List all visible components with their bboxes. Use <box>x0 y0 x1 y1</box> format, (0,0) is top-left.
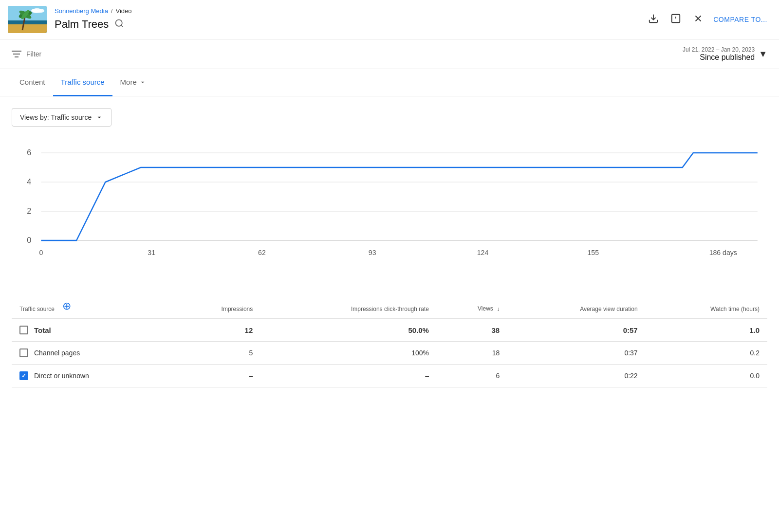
top-bar: Sonnenberg Media / Video Palm Trees <box>0 0 779 39</box>
svg-point-9 <box>37 9 44 13</box>
svg-point-8 <box>31 9 38 13</box>
video-thumbnail <box>8 6 47 33</box>
alert-button[interactable] <box>668 11 683 28</box>
td-watch-time: 1.0 <box>646 319 767 342</box>
th-ctr: Impressions click-through rate <box>260 294 437 319</box>
views-by-label: Views by: Traffic source <box>20 113 92 121</box>
video-title-bar: Palm Trees <box>55 17 132 32</box>
svg-point-10 <box>116 20 122 26</box>
td-avg-view-duration: 0:57 <box>507 319 645 342</box>
chevron-down-icon <box>139 78 147 86</box>
svg-text:124: 124 <box>477 249 489 257</box>
breadcrumb-separator: / <box>111 7 113 15</box>
td-avg-view-duration: 0:37 <box>507 342 645 365</box>
chart-container: 0 2 4 6 0 31 62 93 124 155 186 days <box>12 138 767 275</box>
sort-icon: ↓ <box>497 306 500 312</box>
date-range: Jul 21, 2022 – Jan 20, 2023 Since publis… <box>683 46 755 62</box>
td-impressions: 5 <box>172 342 260 365</box>
row-checkbox[interactable] <box>19 349 28 357</box>
svg-text:6: 6 <box>27 148 31 157</box>
table-row: Direct or unknown––60:220.0 <box>12 365 767 387</box>
add-column-button[interactable]: ⊕ <box>58 300 75 312</box>
td-ctr: 100% <box>260 342 437 365</box>
row-label: Direct or unknown <box>34 372 89 380</box>
close-button[interactable] <box>691 11 705 28</box>
row-label: Total <box>34 326 51 334</box>
video-title: Palm Trees <box>55 18 109 31</box>
th-traffic-source: Traffic source ⊕ <box>12 294 172 319</box>
content-area: Views by: Traffic source 0 2 4 6 0 31 62… <box>0 96 779 399</box>
views-dropdown-arrow <box>95 113 103 121</box>
th-impressions: Impressions <box>172 294 260 319</box>
more-label: More <box>120 78 137 86</box>
td-watch-time: 0.0 <box>646 365 767 387</box>
svg-text:186 days: 186 days <box>709 249 737 257</box>
svg-text:62: 62 <box>258 249 266 257</box>
row-label: Channel pages <box>34 349 80 357</box>
td-watch-time: 0.2 <box>646 342 767 365</box>
th-views[interactable]: Views ↓ <box>437 294 507 319</box>
filter-left: Filter <box>12 50 41 58</box>
svg-text:0: 0 <box>27 236 31 244</box>
table-row: Channel pages5100%180:370.2 <box>12 342 767 365</box>
td-ctr: – <box>260 365 437 387</box>
video-info: Sonnenberg Media / Video Palm Trees <box>55 7 132 32</box>
td-impressions: – <box>172 365 260 387</box>
td-traffic-source: Total <box>12 319 172 342</box>
chart-svg: 0 2 4 6 0 31 62 93 124 155 186 days <box>12 138 767 275</box>
filter-bar: Filter Jul 21, 2022 – Jan 20, 2023 Since… <box>0 39 779 69</box>
filter-label: Filter <box>26 50 41 58</box>
row-checkbox[interactable] <box>19 371 28 380</box>
th-avg-view-duration: Average view duration <box>507 294 645 319</box>
download-button[interactable] <box>646 11 661 28</box>
svg-line-11 <box>121 25 123 27</box>
td-impressions: 12 <box>172 319 260 342</box>
filter-icon <box>12 50 21 58</box>
td-views: 18 <box>437 342 507 365</box>
breadcrumb-channel[interactable]: Sonnenberg Media <box>55 7 108 15</box>
td-ctr: 50.0% <box>260 319 437 342</box>
svg-text:31: 31 <box>148 249 155 257</box>
svg-text:4: 4 <box>27 177 31 186</box>
tab-traffic-source[interactable]: Traffic source <box>53 69 112 96</box>
svg-text:93: 93 <box>369 249 376 257</box>
svg-rect-2 <box>8 24 47 33</box>
top-bar-right: COMPARE TO... <box>646 11 767 28</box>
table-row: Total1250.0%380:571.0 <box>12 319 767 342</box>
compare-to-button[interactable]: COMPARE TO... <box>713 16 767 23</box>
svg-text:155: 155 <box>587 249 599 257</box>
top-bar-left: Sonnenberg Media / Video Palm Trees <box>8 6 132 33</box>
filter-right: Jul 21, 2022 – Jan 20, 2023 Since publis… <box>683 46 767 62</box>
row-checkbox[interactable] <box>19 326 28 334</box>
svg-text:0: 0 <box>39 249 43 257</box>
breadcrumb: Sonnenberg Media / Video <box>55 7 132 15</box>
svg-text:2: 2 <box>27 206 31 215</box>
date-range-value: Since published <box>683 53 755 62</box>
search-button[interactable] <box>112 17 126 32</box>
breadcrumb-section: Video <box>115 7 131 15</box>
tabs-bar: Content Traffic source More <box>0 69 779 96</box>
td-views: 6 <box>437 365 507 387</box>
views-by-dropdown[interactable]: Views by: Traffic source <box>12 108 111 127</box>
data-table: Traffic source ⊕ Impressions Impressions… <box>12 294 767 387</box>
td-views: 38 <box>437 319 507 342</box>
tab-content[interactable]: Content <box>12 69 53 96</box>
date-range-label: Jul 21, 2022 – Jan 20, 2023 <box>683 46 755 53</box>
th-watch-time: Watch time (hours) <box>646 294 767 319</box>
td-traffic-source: Direct or unknown <box>12 365 172 387</box>
date-range-dropdown[interactable]: ▼ <box>759 49 767 59</box>
td-traffic-source: Channel pages <box>12 342 172 365</box>
td-avg-view-duration: 0:22 <box>507 365 645 387</box>
tab-more[interactable]: More <box>112 69 154 96</box>
